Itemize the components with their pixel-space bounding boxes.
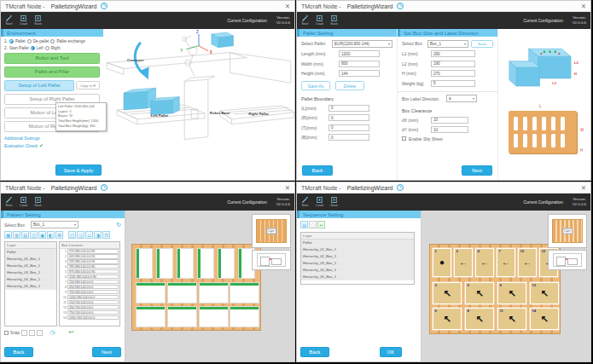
pattern-box[interactable] xyxy=(199,306,229,327)
box-location-row[interactable]: 11150;740;144;0;0;0 xyxy=(60,300,119,305)
pattern-box[interactable] xyxy=(156,248,173,279)
sequence-box[interactable]: 4← xyxy=(475,248,494,277)
pattern-box[interactable] xyxy=(136,306,166,327)
box-location-row[interactable]: 7150;580;144;0;0;0 xyxy=(60,280,119,285)
pattern-box[interactable] xyxy=(136,282,166,303)
pattern-box[interactable] xyxy=(136,248,153,279)
layer-row[interactable]: Hierarchy_05_Box_1 xyxy=(5,283,56,290)
next-button[interactable]: Next xyxy=(92,347,121,357)
ok-button[interactable]: OK xyxy=(380,347,402,357)
close-icon[interactable]: ✕ xyxy=(285,184,290,192)
pattern-box[interactable] xyxy=(167,306,197,327)
save-button[interactable]: Save xyxy=(330,14,338,26)
sequence-box[interactable]: 10← xyxy=(518,248,537,277)
undo-icon[interactable]: ↩ xyxy=(317,221,325,228)
box-label-direction-dropdown[interactable]: a ▾ xyxy=(446,95,477,102)
pattern-tool-icon[interactable]: ⊞ xyxy=(55,231,63,239)
start-button[interactable]: Start xyxy=(5,14,13,26)
layer-row[interactable]: Pallet xyxy=(301,240,414,246)
sequence-view[interactable]: 1● 2← 4← 7← 10← 12← 3↖ 5↖ 9↖ 13↖ 6↖ 8↖ 1… xyxy=(421,211,590,361)
load-button[interactable]: Load xyxy=(20,14,27,26)
dy-field[interactable]: 10 xyxy=(431,126,468,133)
pattern-box[interactable] xyxy=(230,282,259,303)
box-location-row[interactable]: 8450;580;144;0;0;0 xyxy=(60,285,119,290)
dx-field[interactable]: 10 xyxy=(431,117,468,124)
save-button[interactable]: Save xyxy=(34,196,42,207)
sequence-box[interactable]: 2← xyxy=(454,248,473,277)
radio-pallet-exchange[interactable] xyxy=(50,39,55,43)
start-button[interactable]: Start xyxy=(5,196,13,207)
back-button[interactable]: Back xyxy=(300,347,329,357)
pattern-tool-icon[interactable]: ◰ xyxy=(68,231,76,239)
select-box-tool-icon[interactable]: ▢ xyxy=(309,221,317,228)
snap-checkbox[interactable] xyxy=(4,331,9,335)
select-box-dropdown[interactable]: Box_1 ▾ xyxy=(31,221,78,228)
layer-row[interactable]: Hierarchy_02_Box_1 xyxy=(301,253,414,260)
box-location-row[interactable]: 9750;580;144;0;0;0 xyxy=(60,290,119,295)
start-button[interactable]: Start xyxy=(301,196,309,207)
pattern-box[interactable] xyxy=(197,248,214,279)
sequence-box[interactable]: 11↖ xyxy=(497,308,526,330)
boundary-left-field[interactable]: 0 xyxy=(328,105,369,112)
pattern-box[interactable] xyxy=(199,282,229,303)
box-location-row[interactable]: 1215;380;144;0;0;90 xyxy=(60,249,119,254)
layer-row[interactable]: Hierarchy_03_Box_1 xyxy=(301,260,414,267)
edit-icon[interactable]: ✎ xyxy=(101,184,108,191)
edit-icon[interactable]: ✎ xyxy=(397,184,404,191)
layer-row[interactable]: Hierarchy_03_Box_1 xyxy=(5,269,56,276)
robot-3d-view[interactable]: X Y Z Conveyor Robot Base Left Pallet Ri… xyxy=(103,29,294,180)
pattern-box[interactable] xyxy=(177,248,194,279)
pattern-tool-icon[interactable]: ▦ xyxy=(4,231,12,239)
enable-slip-sheet-checkbox[interactable] xyxy=(402,136,406,141)
box-location-row[interactable]: 3595;380;144;0;0;90 xyxy=(60,259,119,264)
pattern-box[interactable] xyxy=(218,248,235,279)
l1-field[interactable]: 290 xyxy=(431,50,475,57)
save-as-button[interactable]: Save As xyxy=(301,81,330,90)
pattern-tool-icon[interactable]: ◧ xyxy=(47,231,55,239)
radio-pallet[interactable] xyxy=(9,39,14,43)
pattern-tool-icon[interactable]: ◫ xyxy=(30,231,38,239)
length-field[interactable]: 1200 xyxy=(339,50,380,57)
robot-and-tool-button[interactable]: Robot and Tool xyxy=(4,53,100,64)
box-location-row[interactable]: 141050;740;144;0;0;0 xyxy=(60,315,119,321)
pattern-tool-icon[interactable]: ⊡ xyxy=(102,231,110,239)
sequence-box[interactable]: 13↖ xyxy=(530,282,559,304)
save-apply-button[interactable]: Save & Apply xyxy=(55,165,102,176)
box-save-button[interactable]: Save xyxy=(471,40,493,48)
layer-row[interactable]: Hierarchy_02_Box_1 xyxy=(5,263,56,269)
box-location-row[interactable]: 4785;380;144;0;0;90 xyxy=(60,264,119,269)
pattern-tool-icon[interactable]: ▥ xyxy=(13,231,20,239)
copy-to-right-button[interactable]: Copy to R xyxy=(76,81,100,90)
radio-right[interactable] xyxy=(45,46,49,50)
pattern-box[interactable] xyxy=(230,306,259,327)
layer-row[interactable]: Hierarchy_01_Box_1 xyxy=(301,246,414,253)
close-icon[interactable]: ✕ xyxy=(285,3,290,10)
layer-row[interactable]: Hierarchy_04_Box_1 xyxy=(301,267,414,274)
box-location-row[interactable]: 2405;380;144;0;0;90 xyxy=(60,254,119,259)
back-button[interactable]: Back xyxy=(302,165,333,176)
boundary-right-field[interactable]: 0 xyxy=(328,114,369,121)
sequence-order-icon[interactable]: ▤ xyxy=(300,221,308,228)
pattern-box[interactable] xyxy=(167,282,197,303)
pattern-tool-icon[interactable]: ▣ xyxy=(38,231,46,239)
layer-row[interactable]: Hierarchy_01_Box_1 xyxy=(5,256,56,263)
edit-icon[interactable]: ✎ xyxy=(397,3,404,9)
box-location-row[interactable]: 5975;380;144;0;0;90 xyxy=(60,269,119,274)
sequence-box[interactable]: 5↖ xyxy=(465,282,494,304)
start-button[interactable]: Start xyxy=(301,14,309,26)
delete-button[interactable]: Delete xyxy=(335,81,364,90)
boundary-bottom-field[interactable]: 0 xyxy=(328,134,369,141)
layer-row[interactable]: Pallet xyxy=(5,249,56,256)
load-button[interactable]: Load xyxy=(316,14,323,26)
height-field[interactable]: 144 xyxy=(339,70,380,77)
radio-depallet[interactable] xyxy=(27,39,32,43)
close-icon[interactable]: ✕ xyxy=(581,184,586,192)
edit-icon[interactable]: ✎ xyxy=(101,3,108,9)
setup-left-pallet-button[interactable]: Setup of Left Pallet xyxy=(4,80,74,91)
load-button[interactable]: Load xyxy=(316,196,323,207)
sequence-box[interactable]: 6↖ xyxy=(433,308,462,330)
evaluation-check-link[interactable]: Evaluation Check xyxy=(4,143,38,148)
box-location-row[interactable]: 61165;380;144;0;0;90 xyxy=(60,274,119,280)
h-field[interactable]: 270 xyxy=(431,70,475,77)
undo-icon[interactable]: ↩ xyxy=(68,329,73,336)
